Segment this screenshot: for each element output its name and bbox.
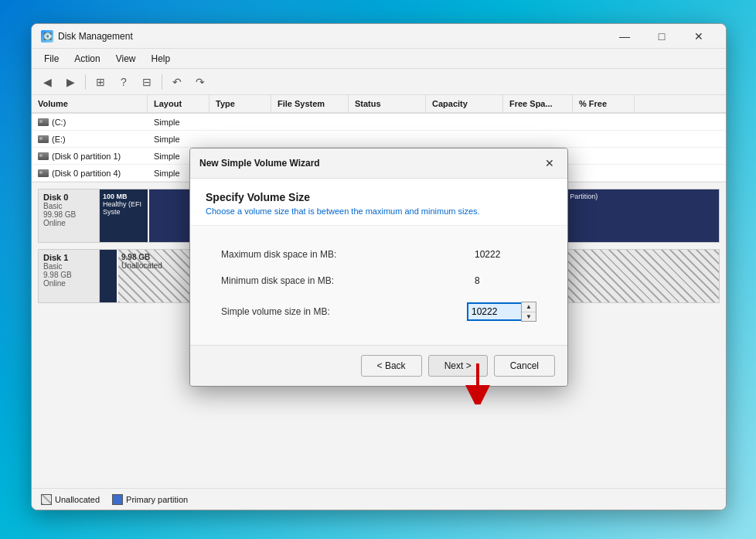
field-min-value: 8 [475,275,536,286]
back-button[interactable]: < Back [361,355,422,377]
dialog-overlay: New Simple Volume Wizard ✕ Specify Volum… [32,24,726,510]
field-max-space: Maximum disk space in MB: 10222 [221,249,536,260]
dialog-step-subtitle: Choose a volume size that is between the… [206,206,552,216]
volume-size-input[interactable] [467,302,521,321]
spinner-buttons: ▲ ▼ [521,302,536,322]
dialog-body: Maximum disk space in MB: 10222 Minimum … [190,226,567,345]
dialog-close-button[interactable]: ✕ [541,155,558,172]
field-min-label: Minimum disk space in MB: [221,275,475,286]
disk-management-window: 💽 Disk Management — □ ✕ File Action View… [31,23,727,510]
dialog-title: New Simple Volume Wizard [199,158,320,169]
dialog-step-title: Specify Volume Size [206,191,552,203]
spin-up-button[interactable]: ▲ [522,302,536,312]
next-button[interactable]: Next > [428,355,488,377]
volume-size-spinner[interactable]: ▲ ▼ [467,302,536,322]
dialog-footer: < Back Next > Cancel [190,345,567,386]
field-max-value: 10222 [475,249,536,260]
dialog-title-bar: New Simple Volume Wizard ✕ [190,148,567,179]
cancel-button[interactable]: Cancel [494,355,555,377]
field-min-space: Minimum disk space in MB: 8 [221,275,536,286]
field-size-label: Simple volume size in MB: [221,306,467,317]
spin-down-button[interactable]: ▼ [522,312,536,321]
field-volume-size: Simple volume size in MB: ▲ ▼ [221,302,536,322]
field-max-label: Maximum disk space in MB: [221,249,475,260]
dialog-header: Specify Volume Size Choose a volume size… [190,179,567,226]
dialog-new-simple-volume: New Simple Volume Wizard ✕ Specify Volum… [189,148,568,387]
